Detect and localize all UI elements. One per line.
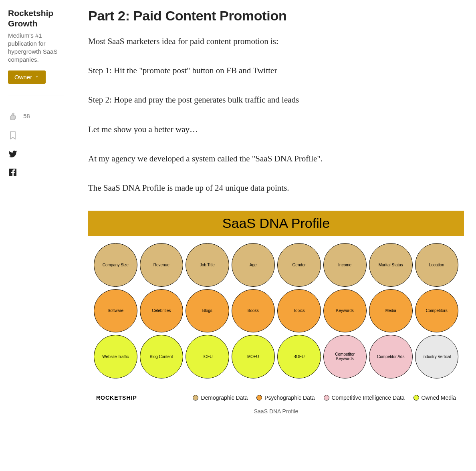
dna-circle: Blog Content [140,335,184,378]
bookmark-button[interactable] [8,131,64,140]
dna-circle: Topics [277,289,321,333]
dna-circle: TOFU [186,335,229,378]
facebook-share-button[interactable] [8,167,64,177]
dna-circle: Job Title [186,243,229,287]
figure-title: SaaS DNA Profile [88,211,464,236]
legend-label: Owned Media [422,395,456,401]
chevron-down-icon [34,74,39,79]
dna-circle: Marital Status [369,243,413,287]
dna-circle: Competitor Keywords [323,335,367,378]
sidebar: Rocketship Growth Medium's #1 publicatio… [8,8,72,415]
dna-profile-figure: SaaS DNA Profile Company SizeRevenueJob … [88,211,464,415]
clap-action[interactable]: 58 [8,111,64,121]
dna-circle: Income [323,243,367,287]
paragraph: At my agency we developed a system calle… [88,152,464,165]
legend-label: Psychographic Data [264,395,315,401]
clap-count: 58 [23,113,30,119]
facebook-icon [8,167,18,177]
legend-swatch [193,395,198,401]
dna-circle: Media [369,289,413,333]
dna-circle: Industry Vertical [415,335,459,378]
owner-dropdown-button[interactable]: Owner [8,70,46,84]
legend-swatch [413,395,419,401]
dna-circle: Company Size [94,243,137,287]
publication-description: Medium's #1 publication for hypergrowth … [8,32,64,64]
dna-circle: Revenue [140,243,184,287]
legend-label: Competitive Intelligence Data [332,395,405,401]
dna-circle: Age [232,243,275,287]
twitter-share-button[interactable] [8,149,64,159]
dna-circle: Location [415,243,459,287]
paragraph: Step 2: Hope and pray the post generates… [88,93,464,107]
twitter-icon [8,149,18,159]
figure-legend: ROCKETSHIP Demographic DataPsychographic… [88,382,464,403]
dna-circle: Celebrities [140,289,184,333]
dna-circle: Competitor Ads [369,335,413,378]
divider [8,95,64,95]
dna-circle: Software [94,289,137,333]
paragraph: Step 1: Hit the "promote post" button on… [88,64,464,77]
article-heading: Part 2: Paid Content Promotion [88,8,464,24]
figure-brand: ROCKETSHIP [96,395,137,401]
dna-circle: Website Traffic [94,335,137,378]
dna-circle: MOFU [232,335,275,378]
legend-item: Psychographic Data [256,395,315,401]
paragraph: The SaaS DNA Profile is made up of 24 un… [88,181,464,195]
paragraph: Let me show you a better way… [88,123,464,136]
dna-circle: BOFU [277,335,321,378]
paragraph: Most SaaS marketers idea for paid conten… [88,35,464,48]
dna-circle: Keywords [323,289,367,333]
dna-circle: Gender [277,243,321,287]
dna-circle: Books [232,289,275,333]
legend-swatch [324,395,329,401]
article-main: Part 2: Paid Content Promotion Most SaaS… [72,8,464,415]
bookmark-icon [8,131,18,140]
legend-swatch [256,395,262,401]
legend-label: Demographic Data [201,395,248,401]
clap-icon [8,111,18,121]
legend-item: Demographic Data [193,395,248,401]
publication-title[interactable]: Rocketship Growth [8,8,64,29]
legend-item: Competitive Intelligence Data [324,395,405,401]
owner-button-label: Owner [14,74,32,81]
legend-item: Owned Media [413,395,456,401]
dna-circle: Competitors [415,289,459,333]
circle-grid: Company SizeRevenueJob TitleAgeGenderInc… [88,236,464,382]
dna-circle: Blogs [186,289,229,333]
figure-caption: SaaS DNA Profile [88,408,464,415]
